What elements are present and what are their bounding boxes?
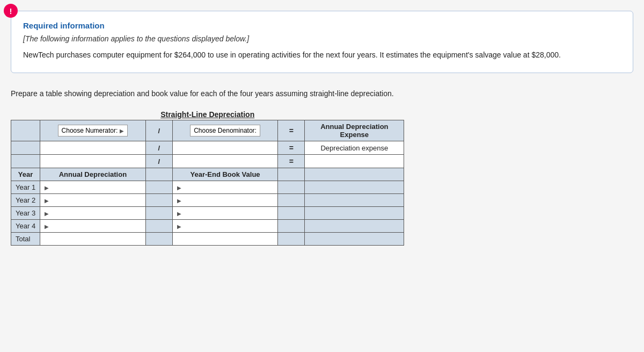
year4-label: Year 4: [11, 220, 40, 233]
year4-empty3: [305, 220, 404, 233]
total-empty2: [278, 233, 305, 246]
total-empty3: [305, 233, 404, 246]
total-annual-dep[interactable]: [40, 233, 146, 246]
numerator-cell[interactable]: Choose Numerator: ▶: [40, 120, 146, 141]
year4-book-arrow-icon: ▶: [177, 224, 181, 229]
fr1-denominator-field[interactable]: [177, 144, 274, 152]
fr2-result-field[interactable]: [309, 157, 399, 166]
year2-book-arrow-icon: ▶: [177, 198, 181, 204]
fr2-numerator-input[interactable]: [40, 155, 146, 168]
year3-book-field[interactable]: [183, 209, 270, 217]
year4-mid: [145, 220, 172, 233]
year4-annual-dep[interactable]: ▶: [40, 220, 146, 233]
year2-row: Year 2 ▶ ▶: [11, 194, 404, 207]
col-header-empty1: [145, 168, 172, 181]
choose-numerator-label: Choose Numerator:: [62, 127, 118, 134]
year1-empty3: [305, 181, 404, 194]
year1-book-field[interactable]: [183, 183, 270, 191]
year3-arrow-icon: ▶: [45, 211, 49, 217]
numerator-arrow-icon: ▶: [120, 128, 124, 134]
fr2-empty1: [11, 155, 40, 168]
year2-book-value[interactable]: ▶: [172, 194, 278, 207]
total-book-field[interactable]: [177, 235, 274, 243]
annual-dep-line1: Annual Depreciation: [309, 123, 399, 131]
year1-book-arrow-icon: ▶: [177, 185, 181, 191]
year3-label: Year 3: [11, 207, 40, 220]
header-row: Choose Numerator: ▶ / Choose Denominator…: [11, 120, 404, 141]
fr1-equals: =: [278, 141, 305, 155]
fr2-equals: =: [278, 155, 305, 168]
fr2-denominator-field[interactable]: [177, 157, 274, 166]
year3-mid: [145, 207, 172, 220]
year1-arrow-icon: ▶: [45, 185, 49, 191]
year4-row: Year 4 ▶ ▶: [11, 220, 404, 233]
total-mid: [145, 233, 172, 246]
info-body: NewTech purchases computer equipment for…: [23, 49, 621, 61]
formula-row-1: / = Depreciation expense: [11, 141, 404, 155]
col-header-empty2: [278, 168, 305, 181]
info-subtitle: [The following information applies to th…: [23, 34, 621, 43]
page-wrapper: ! Required information [The following in…: [11, 11, 633, 246]
year4-book-field[interactable]: [183, 222, 270, 230]
year3-annual-dep-field[interactable]: [51, 209, 138, 217]
col-header-row: Year Annual Depreciation Year-End Book V…: [11, 168, 404, 181]
year2-arrow-icon: ▶: [45, 198, 49, 204]
year3-annual-dep[interactable]: ▶: [40, 207, 146, 220]
equals-header-cell: =: [278, 120, 305, 141]
total-book-value[interactable]: [172, 233, 278, 246]
fr2-result-input[interactable]: [305, 155, 404, 168]
year4-annual-dep-field[interactable]: [51, 222, 138, 230]
annual-dep-col-header: Annual Depreciation: [40, 168, 146, 181]
year3-row: Year 3 ▶ ▶: [11, 207, 404, 220]
year1-book-value[interactable]: ▶: [172, 181, 278, 194]
total-annual-dep-field[interactable]: [45, 235, 141, 243]
formula-row-2: / =: [11, 155, 404, 168]
depreciation-table: Choose Numerator: ▶ / Choose Denominator…: [11, 120, 404, 246]
year3-empty3: [305, 207, 404, 220]
year1-annual-dep-field[interactable]: [51, 183, 138, 191]
year3-empty2: [278, 207, 305, 220]
year1-mid: [145, 181, 172, 194]
fr2-numerator-field[interactable]: [45, 157, 141, 166]
choose-denominator-button[interactable]: Choose Denominator:: [190, 125, 260, 137]
year1-annual-dep[interactable]: ▶: [40, 181, 146, 194]
choose-denominator-label: Choose Denominator:: [194, 127, 257, 134]
year4-empty2: [278, 220, 305, 233]
year1-row: Year 1 ▶ ▶: [11, 181, 404, 194]
year2-annual-dep[interactable]: ▶: [40, 194, 146, 207]
fr1-numerator-input[interactable]: [40, 141, 146, 155]
year-col-header: Year: [11, 168, 40, 181]
year2-empty3: [305, 194, 404, 207]
fr1-result: Depreciation expense: [305, 141, 404, 155]
year2-book-field[interactable]: [183, 196, 270, 204]
choose-numerator-button[interactable]: Choose Numerator: ▶: [58, 125, 128, 137]
annual-dep-line2: Expense: [309, 131, 399, 139]
fr1-empty1: [11, 141, 40, 155]
slash-header-cell: /: [145, 120, 172, 141]
year3-book-arrow-icon: ▶: [177, 211, 181, 217]
year1-empty2: [278, 181, 305, 194]
year2-annual-dep-field[interactable]: [51, 196, 138, 204]
fr2-denominator-input[interactable]: [172, 155, 278, 168]
year2-label: Year 2: [11, 194, 40, 207]
year4-arrow-icon: ▶: [45, 224, 49, 229]
fr1-slash: /: [145, 141, 172, 155]
year1-label: Year 1: [11, 181, 40, 194]
fr1-numerator-field[interactable]: [45, 144, 141, 152]
fr1-denominator-input[interactable]: [172, 141, 278, 155]
total-label: Total: [11, 233, 40, 246]
total-row: Total: [11, 233, 404, 246]
table-container: Straight-Line Depreciation Choose Numera…: [11, 110, 404, 246]
denominator-cell[interactable]: Choose Denominator:: [172, 120, 278, 141]
year2-mid: [145, 194, 172, 207]
col-header-empty3: [305, 168, 404, 181]
table-title: Straight-Line Depreciation: [11, 110, 404, 119]
empty-header-cell: [11, 120, 40, 141]
year3-book-value[interactable]: ▶: [172, 207, 278, 220]
info-title: Required information: [23, 21, 621, 30]
info-box: ! Required information [The following in…: [11, 11, 633, 73]
question-text: Prepare a table showing depreciation and…: [11, 88, 633, 99]
year2-empty2: [278, 194, 305, 207]
year4-book-value[interactable]: ▶: [172, 220, 278, 233]
fr2-slash: /: [145, 155, 172, 168]
